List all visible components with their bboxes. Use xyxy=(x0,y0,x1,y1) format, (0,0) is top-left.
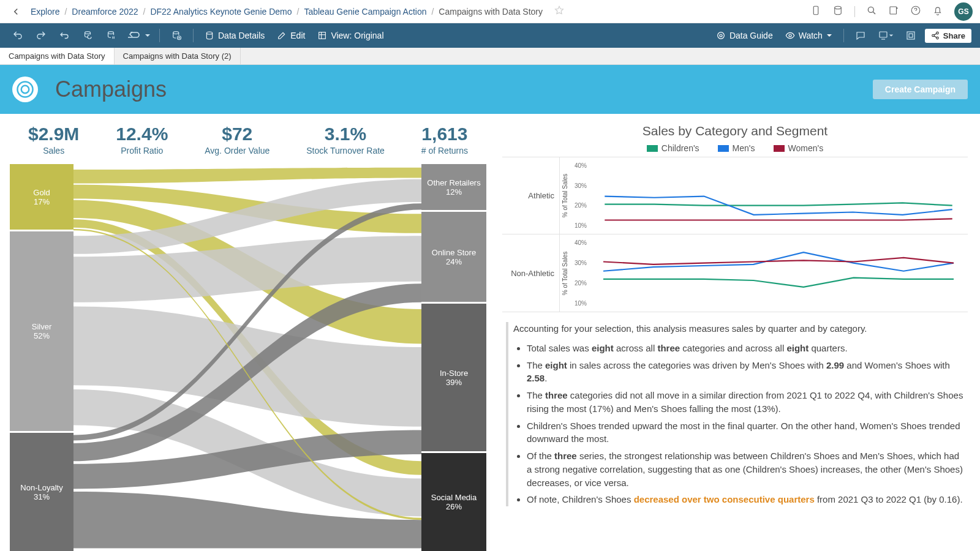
breadcrumb-link[interactable]: Explore xyxy=(31,7,59,17)
svg-point-13 xyxy=(789,34,791,37)
kpi-value: 12.4% xyxy=(116,124,168,144)
kpi-label: Profit Ratio xyxy=(116,146,168,156)
svg-rect-15 xyxy=(907,32,914,39)
notifications-icon[interactable] xyxy=(932,5,943,18)
legend-label: Children's xyxy=(662,143,699,153)
data-story: Accounting for your selection, this anal… xyxy=(502,312,968,510)
sankey-node-online-store[interactable]: Online Store24% xyxy=(421,210,486,302)
sankey-node-social-media[interactable]: Social Media26% xyxy=(421,451,486,551)
view-label: View: Original xyxy=(331,31,383,40)
sankey-node-silver[interactable]: Silver52% xyxy=(10,230,74,431)
legend-item-mens[interactable]: Men's xyxy=(718,143,755,153)
new-data-source-button[interactable] xyxy=(167,26,186,45)
sankey-node-other-retailers[interactable]: Other Retailers12% xyxy=(421,164,486,210)
node-pct: 52% xyxy=(34,331,50,340)
download-dropdown[interactable] xyxy=(875,26,897,45)
y-axis-label: % of Total Sales xyxy=(560,234,571,312)
edit-label: Edit xyxy=(290,31,305,40)
user-avatar[interactable]: GS xyxy=(954,2,973,21)
kpi-label: Avg. Order Value xyxy=(205,146,270,156)
toolbar-divider xyxy=(843,29,844,42)
share-button[interactable]: Share xyxy=(925,29,971,43)
svg-rect-14 xyxy=(880,32,887,37)
sankey-node-gold[interactable]: Gold17% xyxy=(10,164,74,230)
story-bullet: The three categories did not all move in… xyxy=(527,389,965,416)
data-details-button[interactable]: Data Details xyxy=(201,28,268,43)
replay-animation-button[interactable] xyxy=(125,26,152,45)
back-button[interactable] xyxy=(7,3,24,20)
node-pct: 12% xyxy=(446,187,462,197)
breadcrumb-sep: / xyxy=(64,7,67,17)
story-bullet-list: Total sales was eight across all three c… xyxy=(513,342,965,506)
node-name: Other Retailers xyxy=(427,178,480,187)
search-icon[interactable] xyxy=(866,5,877,18)
node-name: In-Store xyxy=(440,369,468,378)
svg-point-6 xyxy=(108,32,114,34)
watch-dropdown[interactable]: Watch xyxy=(782,28,836,43)
share-label: Share xyxy=(943,31,965,40)
kpi-returns: 1,613# of Returns xyxy=(421,124,468,156)
sankey-chart[interactable]: Gold17% Silver52% Non-Loyalty31% xyxy=(10,164,486,551)
data-source-icon[interactable] xyxy=(832,5,843,18)
svg-point-19 xyxy=(937,37,939,39)
sankey-target-nodes: Other Retailers12% Online Store24% In-St… xyxy=(421,164,486,551)
kpi-value: 1,613 xyxy=(421,124,468,144)
kpi-stock-turnover: 3.1%Stock Turnover Rate xyxy=(306,124,385,156)
redo-button[interactable] xyxy=(32,26,50,45)
breadcrumb-link[interactable]: Dreamforce 2022 xyxy=(72,7,138,17)
toolbar: Data Details Edit View: Original Data Gu… xyxy=(0,23,980,48)
favorite-star-icon[interactable] xyxy=(554,5,565,18)
breadcrumb-link[interactable]: DF22 Analytics Keynote Genie Demo xyxy=(150,7,292,17)
kpi-value: 3.1% xyxy=(306,124,385,144)
node-name: Non-Loyalty xyxy=(20,483,62,492)
line-chart-nonathletic[interactable] xyxy=(589,234,968,312)
fullscreen-button[interactable] xyxy=(902,26,920,45)
comments-button[interactable] xyxy=(851,26,870,45)
sankey-flows xyxy=(74,164,421,551)
row-label: Athletic xyxy=(502,157,560,234)
swatch-icon xyxy=(774,145,785,152)
create-campaign-button[interactable]: Create Campaign xyxy=(873,80,968,99)
sheet-tab[interactable]: Campaigns with Data Story xyxy=(0,48,115,64)
y-ticks: 40%30%20%10% xyxy=(571,234,589,312)
dashboard-banner: Campaigns Create Campaign xyxy=(0,65,980,114)
breadcrumb-sep: / xyxy=(297,7,300,17)
pause-data-button[interactable] xyxy=(102,26,120,45)
device-preview-icon[interactable] xyxy=(810,5,821,18)
view-selector[interactable]: View: Original xyxy=(314,28,387,43)
refresh-data-button[interactable] xyxy=(78,26,97,45)
edit-button[interactable]: Edit xyxy=(273,28,309,43)
story-bullet: Of the three series, the strongest relat… xyxy=(527,449,965,489)
kpi-sales: $2.9MSales xyxy=(28,124,79,156)
breadcrumb-sep: / xyxy=(143,7,146,17)
kpi-avg-order: $72Avg. Order Value xyxy=(205,124,270,156)
legend-label: Men's xyxy=(733,143,755,153)
legend-item-childrens[interactable]: Children's xyxy=(647,143,699,153)
sheet-tab[interactable]: Campaigns with Data Story (2) xyxy=(115,48,241,64)
sankey-node-nonloyalty[interactable]: Non-Loyalty31% xyxy=(10,431,74,551)
swatch-icon xyxy=(718,145,729,152)
story-intro: Accounting for your selection, this anal… xyxy=(513,322,965,335)
chart-legend: Children's Men's Women's xyxy=(502,143,968,153)
kpi-label: Stock Turnover Rate xyxy=(306,146,385,156)
breadcrumb: Explore / Dreamforce 2022 / DF22 Analyti… xyxy=(31,5,565,18)
undo-button[interactable] xyxy=(9,26,27,45)
line-chart-athletic[interactable] xyxy=(589,157,968,234)
top-nav: Explore / Dreamforce 2022 / DF22 Analyti… xyxy=(0,0,980,23)
svg-rect-16 xyxy=(909,34,913,37)
new-item-icon[interactable] xyxy=(888,5,899,18)
node-name: Social Media xyxy=(431,493,477,502)
data-details-label: Data Details xyxy=(218,31,265,40)
breadcrumb-sep: / xyxy=(431,7,434,17)
sankey-node-in-store[interactable]: In-Store39% xyxy=(421,302,486,451)
help-icon[interactable] xyxy=(910,5,921,18)
svg-point-9 xyxy=(206,32,212,34)
svg-point-17 xyxy=(937,32,939,34)
chart-row-nonathletic: Non-Athletic % of Total Sales 40%30%20%1… xyxy=(502,234,968,312)
node-name: Silver xyxy=(32,322,52,331)
sheet-tabs: Campaigns with Data Story Campaigns with… xyxy=(0,48,980,65)
revert-button[interactable] xyxy=(55,26,74,45)
data-guide-button[interactable]: Data Guide xyxy=(712,28,777,43)
legend-item-womens[interactable]: Women's xyxy=(774,143,824,153)
breadcrumb-link[interactable]: Tableau Genie Campaign Action xyxy=(304,7,426,17)
